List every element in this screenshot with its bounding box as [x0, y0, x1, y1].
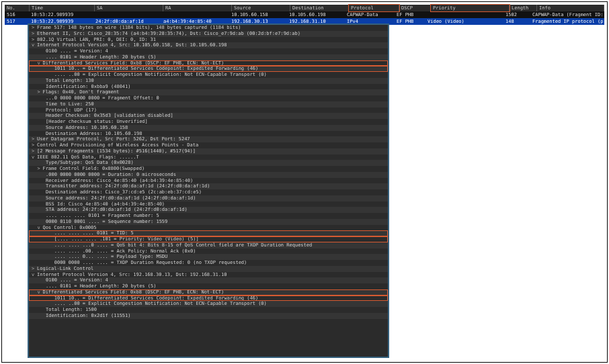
- tree-row[interactable]: 1011 10.. = Differentiated Services Code…: [29, 295, 388, 302]
- col-destination[interactable]: Destination: [290, 5, 349, 11]
- tree-row[interactable]: 0100 .... = Version: 4: [29, 277, 388, 283]
- caret-right-icon: >: [32, 142, 37, 148]
- tree-row[interactable]: >802.1Q Virtual LAN, PRI: 0, DEI: 0, ID:…: [29, 37, 388, 43]
- col-length[interactable]: Length: [510, 5, 537, 11]
- tree-row[interactable]: ...0 0000 0000 0000 = Fragment Offset: 0: [29, 95, 388, 101]
- tree-row[interactable]: >Flags: 0x40, Don't fragment: [29, 89, 388, 95]
- tree-row[interactable]: vDifferentiated Services Field: 0xb8 (DS…: [29, 60, 388, 66]
- tree-row[interactable]: Type/Subtype: QoS Data (0x0028): [29, 160, 388, 166]
- col-ra[interactable]: RA: [163, 5, 232, 11]
- tree-row[interactable]: Protocol: UDP (17): [29, 107, 388, 113]
- tree-row[interactable]: .... 0101 = Header Length: 20 bytes (5): [29, 54, 388, 60]
- tree-row[interactable]: 0000 0110 0001 .... = Sequence number: 1…: [29, 219, 388, 225]
- tree-row[interactable]: 0000 0000 .... .... = TXOP Duration Requ…: [29, 260, 388, 266]
- col-dscp[interactable]: DSCP: [399, 5, 431, 11]
- packet-list[interactable]: No. Time SA RA Source Destination Protoc…: [5, 5, 604, 25]
- col-sa[interactable]: SA: [95, 5, 163, 11]
- tree-row[interactable]: .... .... .... 0101 = TID: 5: [29, 230, 388, 236]
- caret-down-icon: v: [32, 272, 37, 278]
- tree-row[interactable]: vInternet Protocol Version 4, Src: 10.10…: [29, 42, 388, 48]
- tree-row[interactable]: >Ethernet II, Src: Cisco_28:35:74 (a4:b4…: [29, 31, 388, 37]
- tree-row[interactable]: .000 0000 0000 0000 = Duration: 0 micros…: [29, 172, 388, 178]
- tree-row[interactable]: 0100 .... = Version: 4: [29, 48, 388, 54]
- tree-row[interactable]: Destination address: Cisco_37:cd:e5 (2c:…: [29, 189, 388, 195]
- caret-right-icon: >: [32, 25, 37, 31]
- col-time[interactable]: Time: [30, 5, 95, 11]
- tree-row[interactable]: [Header checksum status: Unverified]: [29, 119, 388, 125]
- tree-row[interactable]: >User Datagram Protocol, Src Port: 5262,…: [29, 136, 388, 142]
- caret-right-icon: >: [32, 37, 37, 43]
- caret-right-icon: >: [32, 148, 37, 154]
- col-protocol[interactable]: Protocol: [349, 5, 399, 11]
- tree-row[interactable]: .... ..00 = Explicit Congestion Notifica…: [29, 301, 388, 307]
- tree-row[interactable]: Receiver address: Cisco_4e:85:40 (a4:b4:…: [29, 178, 388, 184]
- tree-row[interactable]: .... .... ...0 .... = QoS bit 4: Bits 8-…: [29, 242, 388, 248]
- col-no[interactable]: No.: [5, 5, 30, 11]
- packet-details[interactable]: >Frame 517: 148 bytes on wire (1184 bits…: [28, 24, 389, 358]
- col-source[interactable]: Source: [232, 5, 290, 11]
- tree-row[interactable]: Source Address: 10.105.60.158: [29, 125, 388, 131]
- tree-row[interactable]: Time to Live: 250: [29, 101, 388, 107]
- tree-row[interactable]: >Logical-Link Control: [29, 266, 388, 272]
- caret-right-icon: >: [32, 136, 37, 142]
- tree-row[interactable]: 1011 10.. = Differentiated Services Code…: [29, 66, 388, 72]
- caret-down-icon: v: [32, 154, 37, 161]
- tree-row[interactable]: BSS Id: Cisco_4e:85:40 (a4:b4:39:4e:85:4…: [29, 201, 388, 208]
- col-priority[interactable]: Priority: [431, 5, 510, 11]
- tree-row[interactable]: Destination Address: 10.105.60.198: [29, 131, 388, 137]
- tree-row[interactable]: >[2 Message fragments (1534 bytes): #516…: [29, 148, 388, 154]
- caret-right-icon: >: [32, 31, 37, 37]
- tree-row[interactable]: Header Checksum: 0x35d3 [validation disa…: [29, 113, 388, 119]
- tree-row[interactable]: Transmitter address: 24:2f:d0:da:af:1d (…: [29, 183, 388, 189]
- tree-row[interactable]: .... .... 0... .... = Payload Type: MSDU: [29, 254, 388, 260]
- tree-row[interactable]: STA address: 24:2f:d0:da:af:1d (24:2f:d0…: [29, 207, 388, 213]
- tree-row[interactable]: .... 0101 = Header Length: 20 bytes (5): [29, 283, 388, 289]
- tree-row[interactable]: [.... .... .... .101 = Priority: Video (…: [29, 236, 388, 242]
- tree-row[interactable]: .... .... .00. .... = Ack Policy: Normal…: [29, 248, 388, 255]
- tree-row[interactable]: vIEEE 802.11 QoS Data, Flags: ......T: [29, 154, 388, 161]
- tree-row[interactable]: vInternet Protocol Version 4, Src: 192.1…: [29, 272, 388, 278]
- tree-row[interactable]: .... .... .... 0101 = Fragment number: 5: [29, 213, 388, 219]
- tree-row[interactable]: vDifferentiated Services Field: 0xb8 (DS…: [29, 289, 388, 295]
- tree-row[interactable]: Total Length: 130: [29, 78, 388, 84]
- caret-right-icon: >: [32, 266, 37, 272]
- col-info[interactable]: Info: [537, 5, 604, 11]
- tree-row[interactable]: >Frame Control Field: 0x8800(Swapped): [29, 166, 388, 172]
- tree-row[interactable]: Source address: 24:2f:d0:da:af:1d (24:2f…: [29, 195, 388, 201]
- tree-row[interactable]: Identification: 0xbba9 (48041): [29, 84, 388, 90]
- packet-row[interactable]: 516 10:53:22.989939 10.105.60.158 10.105…: [5, 11, 604, 18]
- tree-row[interactable]: .... ..00 = Explicit Congestion Notifica…: [29, 72, 388, 78]
- tree-row[interactable]: Identification: 0x2d1f (11551): [29, 313, 388, 319]
- tree-row[interactable]: >Control And Provisioning of Wireless Ac…: [29, 142, 388, 148]
- tree-row[interactable]: vQos Control: 0x0005: [29, 225, 388, 231]
- caret-down-icon: v: [32, 42, 37, 48]
- column-headers[interactable]: No. Time SA RA Source Destination Protoc…: [5, 5, 604, 11]
- tree-row[interactable]: Total Length: 1500: [29, 307, 388, 313]
- tree-row[interactable]: >Frame 517: 148 bytes on wire (1184 bits…: [29, 25, 388, 31]
